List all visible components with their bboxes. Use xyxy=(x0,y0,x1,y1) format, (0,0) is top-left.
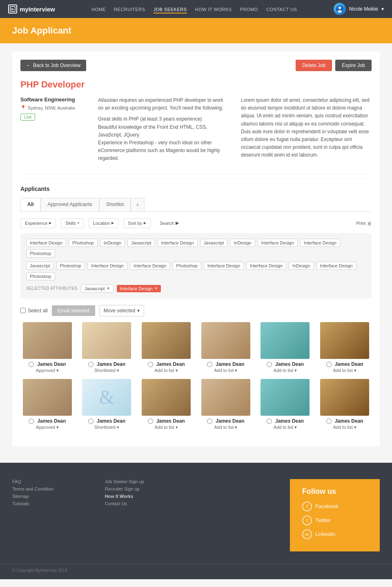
back-button[interactable]: ← Back to Job Overview xyxy=(20,60,86,71)
skill-tag[interactable]: Photoshop xyxy=(26,249,55,258)
expire-job-button[interactable]: Expire Job xyxy=(335,60,372,71)
skill-tag[interactable]: Javascript xyxy=(200,239,228,247)
delete-job-button[interactable]: Delete Job xyxy=(296,60,332,71)
applicant-card: James DeanShortlisted ▾ xyxy=(80,322,134,373)
tab-all[interactable]: All xyxy=(20,198,40,211)
applicant-status[interactable]: Add to list ▾ xyxy=(333,368,356,373)
nav-recruiters[interactable]: RECRUITERS xyxy=(114,7,145,12)
nav-promo[interactable]: PROMO xyxy=(240,7,258,12)
email-selected-button[interactable]: Email selected xyxy=(52,305,95,316)
print-button[interactable]: Print 🖨 xyxy=(356,221,372,226)
skill-tag[interactable]: Interface Design xyxy=(204,262,244,270)
footer-link-how-it-works[interactable]: How It Works xyxy=(105,494,198,499)
footer-link-faq[interactable]: FAQ xyxy=(12,479,105,484)
select-all-checkbox[interactable] xyxy=(20,308,26,313)
applicant-radio[interactable] xyxy=(267,362,272,367)
experience-filter[interactable]: Experience ▶ xyxy=(20,218,56,228)
attr-interface-design[interactable]: Interface Design ✕ xyxy=(117,285,161,292)
skill-tag[interactable]: Interface Design xyxy=(246,262,286,270)
applicant-status[interactable]: Shortlisted ▾ xyxy=(94,368,119,373)
applicant-status[interactable]: Add to list ▾ xyxy=(274,368,297,373)
skill-tag[interactable]: Javascript xyxy=(26,262,54,270)
applicant-status[interactable]: Add to list ▾ xyxy=(214,425,237,430)
applicant-card: James DeanApproved ▾ xyxy=(20,322,74,373)
skill-tag[interactable]: Interface Design xyxy=(300,239,340,247)
skills-tags-row2: Javascript Photoshop Interface Design In… xyxy=(26,262,366,280)
applicant-status[interactable]: Shortlisted ▾ xyxy=(94,425,119,430)
footer-link-contact[interactable]: Contact Us xyxy=(105,501,198,506)
footer-link-sitemap[interactable]: Sitemap xyxy=(12,494,105,499)
tab-shortlist[interactable]: Shortlist xyxy=(99,198,131,211)
search-filter[interactable]: Search ▶ xyxy=(156,218,183,228)
twitter-link[interactable]: t Twitter xyxy=(302,515,368,525)
facebook-link[interactable]: f Facebook xyxy=(302,502,368,511)
applicant-status[interactable]: Add to list ▾ xyxy=(214,368,237,373)
nav-how-it-works[interactable]: HOW IT WORKS xyxy=(195,7,232,12)
applicant-radio[interactable] xyxy=(88,362,94,367)
skills-filter[interactable]: Skills ▾ xyxy=(61,218,84,228)
sort-filter[interactable]: Sort by ▶ xyxy=(123,218,151,228)
applicant-radio[interactable] xyxy=(148,419,153,424)
applicant-radio[interactable] xyxy=(326,419,332,424)
brand[interactable]: myInterview xyxy=(8,4,55,13)
svg-point-5 xyxy=(338,10,342,13)
move-selected-button[interactable]: Move selected ▾ xyxy=(99,305,144,316)
applicant-radio[interactable] xyxy=(88,419,94,424)
tab-approved[interactable]: Approved Applicants xyxy=(40,198,99,211)
footer-col-1: FAQ Terms and Condition Sitemap Tutorial… xyxy=(12,479,105,551)
user-menu[interactable]: Nicole Meikie ▾ xyxy=(334,3,384,15)
job-desc-skills: Great skills in PHP (at least 3 years ex… xyxy=(98,115,229,162)
tab-add-button[interactable]: + xyxy=(131,198,145,211)
footer-link-recruiter-signup[interactable]: Recruiter Sign up xyxy=(105,486,198,491)
close-icon[interactable]: ✕ xyxy=(107,286,110,291)
applicant-photo xyxy=(82,322,131,359)
banner-title: Job Applicant xyxy=(12,25,380,36)
skill-tag[interactable]: InDesign xyxy=(230,239,255,247)
footer-link-tutorials[interactable]: Tutorials xyxy=(12,501,105,506)
applicant-radio[interactable] xyxy=(207,419,212,424)
applicant-radio[interactable] xyxy=(207,362,212,367)
location-filter[interactable]: Location ▶ xyxy=(89,218,119,228)
skill-tag[interactable]: Interface Design xyxy=(87,262,127,270)
skill-tag[interactable]: InDesign xyxy=(289,262,314,270)
job-details: Software Engineering 📍 Sydney, NSW, Aust… xyxy=(20,96,372,166)
applicant-radio[interactable] xyxy=(148,362,153,367)
skill-tag[interactable]: Interface Design xyxy=(26,239,66,247)
attr-javascript[interactable]: Javascript ✕ xyxy=(81,285,114,293)
applicant-status[interactable]: Add to list ▾ xyxy=(155,368,178,373)
skill-tag[interactable]: Interface Design xyxy=(130,262,170,270)
skill-tag[interactable]: InDesign xyxy=(100,239,125,247)
skill-tag[interactable]: Photoshop xyxy=(69,239,98,247)
applicant-status[interactable]: Add to list ▾ xyxy=(155,425,178,430)
nav-home[interactable]: HOME xyxy=(91,7,106,12)
linkedin-link[interactable]: in LinkedIn xyxy=(302,529,368,539)
applicant-card: James DeanAdd to list ▾ xyxy=(139,379,193,430)
applicant-name: James Dean xyxy=(275,361,304,367)
skill-tag[interactable]: Photoshop xyxy=(26,272,55,280)
applicant-status[interactable]: Approved ▾ xyxy=(36,368,59,373)
applicant-name: James Dean xyxy=(216,418,244,424)
nav-job-seekers[interactable]: JOB SEEKERS xyxy=(154,7,187,13)
applicant-radio[interactable] xyxy=(29,362,34,367)
applicant-radio[interactable] xyxy=(326,362,332,367)
applicant-select-row: James Dean xyxy=(267,361,304,368)
applicant-status[interactable]: Add to list ▾ xyxy=(274,425,297,430)
skill-tag[interactable]: Interface Design xyxy=(158,239,198,247)
skill-tag[interactable]: Photoshop xyxy=(56,262,85,270)
nav-contact[interactable]: CONTACT US xyxy=(266,7,297,12)
select-all-label[interactable]: Select all xyxy=(20,308,48,314)
applicant-photo xyxy=(142,379,191,416)
skill-tag[interactable]: Interface Design xyxy=(258,239,298,247)
close-icon2[interactable]: ✕ xyxy=(154,286,158,291)
footer-link-terms[interactable]: Terms and Condition xyxy=(12,486,105,491)
skill-tag[interactable]: Interface Design xyxy=(316,262,356,270)
applicant-status[interactable]: Add to list ▾ xyxy=(333,425,356,430)
applicant-radio[interactable] xyxy=(267,419,272,424)
footer-link-job-signup[interactable]: Job Seeker Sign up xyxy=(105,479,198,484)
arrow-left-icon: ← xyxy=(26,63,31,68)
applicant-status[interactable]: Approved ▾ xyxy=(36,425,59,430)
applicant-radio[interactable] xyxy=(29,419,34,424)
skill-tag[interactable]: Photoshop xyxy=(172,262,201,270)
skill-tag[interactable]: Javascript xyxy=(127,239,155,247)
svg-rect-2 xyxy=(11,9,14,10)
